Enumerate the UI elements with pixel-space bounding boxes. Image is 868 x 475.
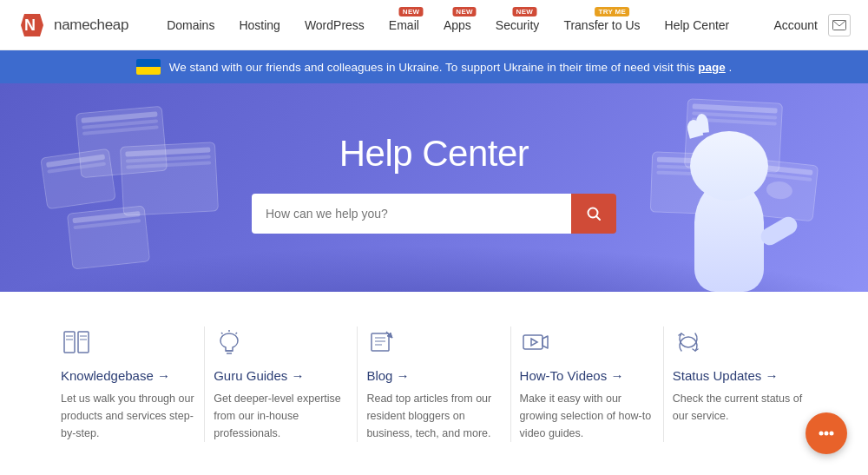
knowledgebase-title[interactable]: Knowledgebase → bbox=[61, 368, 195, 383]
nav-item-wordpress[interactable]: WordPress bbox=[293, 0, 377, 50]
feature-videos: How-To Videos → Make it easy with our gr… bbox=[511, 327, 663, 442]
svg-rect-5 bbox=[64, 332, 75, 353]
svg-rect-22 bbox=[523, 335, 542, 349]
header: N namecheap Domains Hosting WordPress NE… bbox=[0, 0, 868, 50]
ukraine-text: We stand with our friends and colleagues… bbox=[169, 61, 733, 74]
svg-point-25 bbox=[819, 432, 824, 436]
feature-status: Status Updates → Check the current statu… bbox=[664, 327, 816, 442]
main-nav: Domains Hosting WordPress NEW Email NEW … bbox=[155, 0, 766, 50]
ukraine-page-link[interactable]: page bbox=[698, 61, 726, 74]
nav-item-security[interactable]: NEW Security bbox=[483, 0, 552, 50]
svg-text:N: N bbox=[24, 16, 36, 34]
svg-line-15 bbox=[236, 333, 238, 334]
search-input[interactable] bbox=[252, 194, 571, 234]
blog-desc: Read top articles from our resident blog… bbox=[366, 390, 501, 442]
status-desc: Check the current status of our service. bbox=[673, 390, 807, 425]
yeti-mascot bbox=[677, 118, 799, 292]
ukraine-flag bbox=[136, 59, 161, 75]
header-right: Account bbox=[766, 14, 851, 36]
feature-blog: Blog → Read top articles from our reside… bbox=[358, 327, 510, 442]
videos-desc: Make it easy with our growing selection … bbox=[520, 390, 654, 442]
svg-marker-24 bbox=[531, 339, 537, 346]
svg-point-27 bbox=[830, 432, 834, 436]
status-title[interactable]: Status Updates → bbox=[673, 368, 807, 383]
ukraine-banner: We stand with our friends and colleagues… bbox=[0, 50, 868, 83]
svg-line-4 bbox=[596, 216, 600, 220]
hero-content: Help Center bbox=[252, 133, 616, 234]
videos-title[interactable]: How-To Videos → bbox=[520, 368, 654, 383]
namecheap-logo-icon: N bbox=[17, 10, 47, 40]
nav-item-apps[interactable]: NEW Apps bbox=[431, 0, 483, 50]
nav-item-email[interactable]: NEW Email bbox=[377, 0, 431, 50]
account-button[interactable]: Account bbox=[766, 18, 825, 32]
knowledgebase-icon bbox=[61, 327, 92, 358]
features-section: Knowledgebase → Let us walk you through … bbox=[0, 292, 868, 475]
nav-item-hosting[interactable]: Hosting bbox=[227, 0, 292, 50]
yeti-head bbox=[690, 131, 768, 201]
svg-rect-6 bbox=[78, 332, 89, 353]
search-bar bbox=[252, 194, 616, 234]
guru-guides-desc: Get deeper-level expertise from our in-h… bbox=[214, 390, 348, 442]
svg-marker-23 bbox=[542, 336, 548, 348]
nav-item-transfer[interactable]: TRY ME Transfer to Us bbox=[551, 0, 652, 50]
knowledgebase-desc: Let us walk you through our products and… bbox=[61, 390, 195, 442]
svg-line-14 bbox=[221, 333, 223, 334]
screen-mockup-4 bbox=[67, 205, 150, 269]
chat-button[interactable] bbox=[806, 412, 847, 454]
yeti-arm bbox=[758, 214, 800, 248]
search-icon bbox=[586, 206, 602, 221]
svg-point-26 bbox=[825, 432, 829, 436]
mail-svg bbox=[832, 20, 846, 30]
hero-title: Help Center bbox=[252, 133, 616, 175]
feature-guru-guides: Guru Guides → Get deeper-level expertise… bbox=[205, 327, 357, 442]
feature-knowledgebase: Knowledgebase → Let us walk you through … bbox=[52, 327, 204, 442]
mail-icon[interactable] bbox=[828, 14, 851, 36]
guru-guides-title[interactable]: Guru Guides → bbox=[214, 368, 348, 383]
status-icon bbox=[673, 327, 704, 358]
videos-icon bbox=[520, 327, 551, 358]
logo[interactable]: N namecheap bbox=[17, 10, 128, 40]
guru-guides-icon bbox=[214, 327, 245, 358]
blog-title[interactable]: Blog → bbox=[366, 368, 501, 383]
screen-mockup-2 bbox=[40, 148, 116, 210]
chat-icon bbox=[817, 426, 836, 440]
blog-icon bbox=[366, 327, 398, 358]
screen-mockup-3 bbox=[120, 142, 219, 216]
hero-section: Help Center bbox=[0, 83, 868, 292]
search-button[interactable] bbox=[571, 194, 616, 234]
logo-text: namecheap bbox=[54, 16, 128, 34]
svg-rect-16 bbox=[372, 333, 389, 351]
nav-item-help-center[interactable]: Help Center bbox=[653, 0, 742, 50]
nav-item-domains[interactable]: Domains bbox=[155, 0, 227, 50]
